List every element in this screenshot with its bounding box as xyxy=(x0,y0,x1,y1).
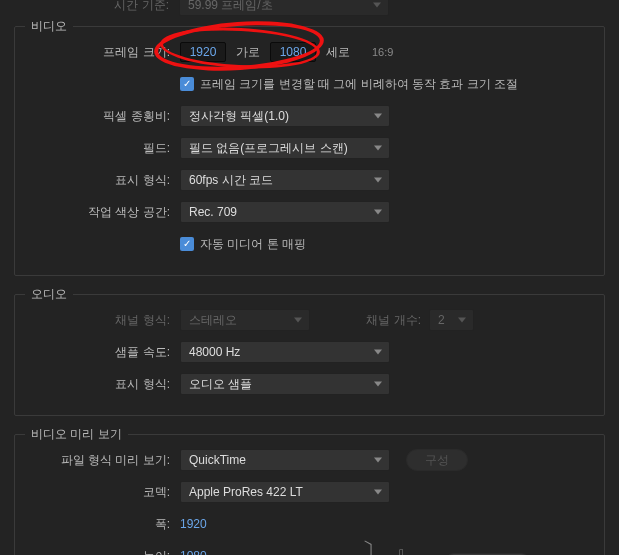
tone-mapping-checkbox[interactable]: ✓ xyxy=(180,237,194,251)
scale-effects-label: 프레임 크기를 변경할 때 그에 비례하여 동작 효과 크기 조절 xyxy=(200,76,518,93)
color-space-dropdown[interactable]: Rec. 709 xyxy=(180,201,390,223)
scale-effects-checkbox[interactable]: ✓ xyxy=(180,77,194,91)
color-space-value: Rec. 709 xyxy=(189,205,237,219)
timebase-label: 시간 기준: xyxy=(24,0,179,14)
frame-by-text: 가로 xyxy=(236,44,260,61)
field-label: 필드: xyxy=(25,140,180,157)
audio-section: 오디오 채널 형식: 스테레오 채널 개수: 2 샘플 속도: 48000 Hz… xyxy=(14,294,605,416)
channel-count-dropdown: 2 xyxy=(429,309,474,331)
frame-vert-text: 세로 xyxy=(326,44,350,61)
pixel-aspect-value: 정사각형 픽셀(1.0) xyxy=(189,108,289,125)
codec-dropdown[interactable]: Apple ProRes 422 LT xyxy=(180,481,390,503)
sample-rate-dropdown[interactable]: 48000 Hz xyxy=(180,341,390,363)
aspect-ratio-text: 16:9 xyxy=(372,46,393,58)
sample-rate-value: 48000 Hz xyxy=(189,345,240,359)
file-format-dropdown[interactable]: QuickTime xyxy=(180,449,390,471)
link-bracket-icon: 〕 xyxy=(361,535,389,555)
preview-section-title: 비디오 미리 보기 xyxy=(25,426,128,443)
audio-section-title: 오디오 xyxy=(25,286,73,303)
field-dropdown[interactable]: 필드 없음(프로그레시브 스캔) xyxy=(180,137,390,159)
frame-width-input[interactable] xyxy=(180,42,226,62)
timebase-value: 59.99 프레임/초 xyxy=(188,0,273,14)
channel-count-label: 채널 개수: xyxy=(366,312,429,329)
audio-display-format-label: 표시 형식: xyxy=(25,376,180,393)
color-space-label: 작업 색상 공간: xyxy=(25,204,180,221)
video-display-format-label: 표시 형식: xyxy=(25,172,180,189)
channel-format-dropdown: 스테레오 xyxy=(180,309,310,331)
preview-width-label: 폭: xyxy=(25,516,180,533)
channel-format-label: 채널 형식: xyxy=(25,312,180,329)
preview-height-label: 높이: xyxy=(25,548,180,556)
video-section-title: 비디오 xyxy=(25,18,73,35)
audio-display-format-value: 오디오 샘플 xyxy=(189,376,252,393)
pixel-aspect-label: 픽셀 종횡비: xyxy=(25,108,180,125)
preview-height-value[interactable]: 1080 xyxy=(180,549,207,555)
video-display-format-dropdown[interactable]: 60fps 시간 코드 xyxy=(180,169,390,191)
audio-display-format-dropdown[interactable]: 오디오 샘플 xyxy=(180,373,390,395)
sample-rate-label: 샘플 속도: xyxy=(25,344,180,361)
video-section: 비디오 프레임 크기: 가로 세로 16:9 ✓ 프레임 크기를 변경할 때 그… xyxy=(14,26,605,276)
frame-height-input[interactable] xyxy=(270,42,316,62)
codec-value: Apple ProRes 422 LT xyxy=(189,485,303,499)
channel-format-value: 스테레오 xyxy=(189,312,237,329)
timebase-dropdown: 59.99 프레임/초 xyxy=(179,0,389,16)
tone-mapping-label: 자동 미디어 톤 매핑 xyxy=(200,236,306,253)
config-button: 구성 xyxy=(406,449,468,471)
field-value: 필드 없음(프로그레시브 스캔) xyxy=(189,140,348,157)
preview-section: 비디오 미리 보기 파일 형식 미리 보기: QuickTime 구성 코덱: … xyxy=(14,434,605,555)
codec-label: 코덱: xyxy=(25,484,180,501)
file-format-label: 파일 형식 미리 보기: xyxy=(25,452,180,469)
link-chain-icon[interactable]: 𓉸 xyxy=(399,546,404,555)
channel-count-value: 2 xyxy=(438,313,445,327)
frame-size-label: 프레임 크기: xyxy=(25,44,180,61)
preview-width-value[interactable]: 1920 xyxy=(180,517,207,531)
file-format-value: QuickTime xyxy=(189,453,246,467)
pixel-aspect-dropdown[interactable]: 정사각형 픽셀(1.0) xyxy=(180,105,390,127)
video-display-format-value: 60fps 시간 코드 xyxy=(189,172,273,189)
